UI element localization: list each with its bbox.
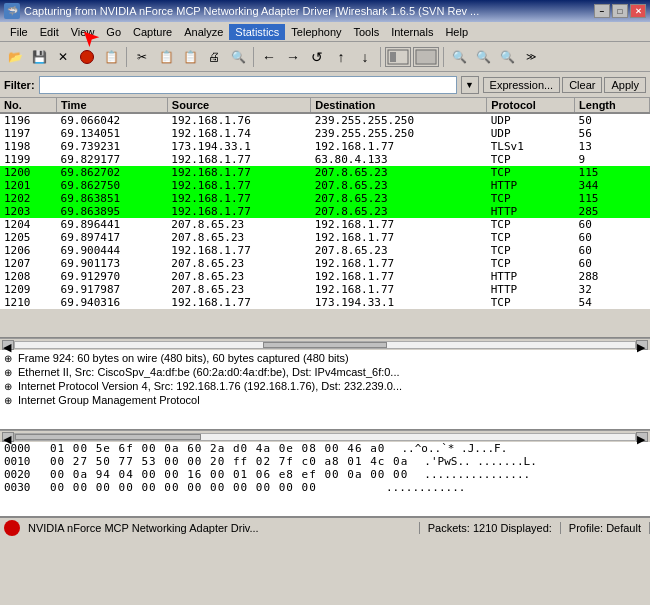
expand-icon-4[interactable]: ⊕: [4, 395, 14, 406]
apply-button[interactable]: Apply: [604, 77, 646, 93]
table-row[interactable]: 120669.900444192.168.1.77207.8.65.23TCP6…: [0, 244, 650, 257]
menu-capture[interactable]: Capture: [127, 24, 178, 40]
capture-status-indicator: [4, 520, 20, 536]
tb-zoom-box2[interactable]: [413, 47, 439, 67]
hscroll-track[interactable]: [14, 341, 636, 349]
col-time[interactable]: Time: [57, 98, 168, 113]
packet-table-container: No. Time Source Destination Protocol Len…: [0, 98, 650, 338]
clear-button[interactable]: Clear: [562, 77, 602, 93]
tb-zoom-reset-button[interactable]: 🔍: [496, 46, 518, 68]
hscroll-right-btn[interactable]: ▶: [636, 340, 648, 350]
cell-2: 173.194.33.1: [167, 140, 310, 153]
tb-reload-button[interactable]: 📋: [100, 46, 122, 68]
menu-internals[interactable]: Internals: [385, 24, 439, 40]
table-row[interactable]: 119669.066042192.168.1.76239.255.255.250…: [0, 113, 650, 127]
svg-rect-1: [390, 52, 396, 62]
bytes-row: 000001 00 5e 6f 00 0a 60 2a d0 4a 0e 08 …: [0, 442, 650, 455]
detail-text-4: Internet Group Management Protocol: [18, 394, 200, 406]
menu-file[interactable]: File: [4, 24, 34, 40]
title-bar: 🦈 Capturing from NVIDIA nForce MCP Netwo…: [0, 0, 650, 22]
tb-paste-button[interactable]: 📋: [179, 46, 201, 68]
table-row[interactable]: 120469.896441207.8.65.23192.168.1.77TCP6…: [0, 218, 650, 231]
profile-status: Profile: Default: [561, 522, 650, 534]
detail-hscroll-track[interactable]: [14, 433, 636, 441]
menu-edit[interactable]: Edit: [34, 24, 65, 40]
cell-1: 69.901173: [57, 257, 168, 270]
cell-3: 192.168.1.77: [311, 218, 487, 231]
col-destination[interactable]: Destination: [311, 98, 487, 113]
filter-dropdown[interactable]: ▼: [461, 76, 479, 94]
cell-5: 32: [575, 283, 650, 296]
col-source[interactable]: Source: [167, 98, 310, 113]
table-row[interactable]: 120269.863851192.168.1.77207.8.65.23TCP1…: [0, 192, 650, 205]
cell-4: TLSv1: [487, 140, 575, 153]
maximize-button[interactable]: □: [612, 4, 628, 18]
tb-close-button[interactable]: ✕: [52, 46, 74, 68]
table-row[interactable]: 120969.917987207.8.65.23192.168.1.77HTTP…: [0, 283, 650, 296]
tb-forward-button[interactable]: →: [282, 46, 304, 68]
table-row[interactable]: 119769.134051192.168.1.74239.255.255.250…: [0, 127, 650, 140]
detail-text-1: Frame 924: 60 bytes on wire (480 bits), …: [18, 352, 349, 364]
table-row[interactable]: 120169.862750192.168.1.77207.8.65.23HTTP…: [0, 179, 650, 192]
tb-zoom-out-button[interactable]: 🔍: [472, 46, 494, 68]
tb-copy-button[interactable]: 📋: [155, 46, 177, 68]
menu-go[interactable]: Go: [100, 24, 127, 40]
table-row[interactable]: 120869.912970207.8.65.23192.168.1.77HTTP…: [0, 270, 650, 283]
detail-hscrollbar[interactable]: ◀ ▶: [0, 430, 650, 442]
cell-5: 288: [575, 270, 650, 283]
tb-print-button[interactable]: 🖨: [203, 46, 225, 68]
detail-hscroll-left[interactable]: ◀: [2, 432, 14, 442]
menu-statistics[interactable]: Statistics: [229, 24, 285, 40]
table-row[interactable]: 119869.739231173.194.33.1192.168.1.77TLS…: [0, 140, 650, 153]
packet-table-scroll[interactable]: No. Time Source Destination Protocol Len…: [0, 98, 650, 337]
tb-back-button[interactable]: ←: [258, 46, 280, 68]
cell-3: 192.168.1.77: [311, 140, 487, 153]
menu-tools[interactable]: Tools: [348, 24, 386, 40]
minimize-button[interactable]: −: [594, 4, 610, 18]
filter-input[interactable]: [39, 76, 457, 94]
menu-help[interactable]: Help: [439, 24, 474, 40]
menu-view[interactable]: View: [65, 24, 101, 40]
menu-telephony[interactable]: Telephony: [285, 24, 347, 40]
cell-3: 207.8.65.23: [311, 192, 487, 205]
table-row[interactable]: 120369.863895192.168.1.77207.8.65.23HTTP…: [0, 205, 650, 218]
table-row[interactable]: 120569.897417207.8.65.23192.168.1.77TCP6…: [0, 231, 650, 244]
detail-text-3: Internet Protocol Version 4, Src: 192.16…: [18, 380, 402, 392]
cell-3: 207.8.65.23: [311, 179, 487, 192]
cell-1: 69.863895: [57, 205, 168, 218]
cell-0: 1200: [0, 166, 57, 179]
expand-icon-3[interactable]: ⊕: [4, 381, 14, 392]
close-button[interactable]: ✕: [630, 4, 646, 18]
tb-find-button[interactable]: 🔍: [227, 46, 249, 68]
expand-icon-1[interactable]: ⊕: [4, 353, 14, 364]
expand-icon-2[interactable]: ⊕: [4, 367, 14, 378]
detail-hscroll-thumb[interactable]: [15, 434, 201, 440]
col-protocol[interactable]: Protocol: [487, 98, 575, 113]
tb-up-button[interactable]: ↑: [330, 46, 352, 68]
cell-2: 192.168.1.77: [167, 244, 310, 257]
hscroll-thumb[interactable]: [263, 342, 387, 348]
tb-capture-button[interactable]: ➤: [76, 46, 98, 68]
table-row[interactable]: 120769.901173207.8.65.23192.168.1.77TCP6…: [0, 257, 650, 270]
detail-hscroll-right[interactable]: ▶: [636, 432, 648, 442]
menu-analyze[interactable]: Analyze: [178, 24, 229, 40]
tb-zoom-in-button[interactable]: 🔍: [448, 46, 470, 68]
cell-3: 207.8.65.23: [311, 166, 487, 179]
tb-go-button[interactable]: ↺: [306, 46, 328, 68]
table-hscrollbar[interactable]: ◀ ▶: [0, 338, 650, 350]
tb-open-button[interactable]: 📂: [4, 46, 26, 68]
bytes-hex: 01 00 5e 6f 00 0a 60 2a d0 4a 0e 08 00 4…: [50, 442, 385, 455]
tb-cut-button[interactable]: ✂: [131, 46, 153, 68]
table-row[interactable]: 120069.862702192.168.1.77207.8.65.23TCP1…: [0, 166, 650, 179]
table-row[interactable]: 119969.829177192.168.1.7763.80.4.133TCP9: [0, 153, 650, 166]
col-length[interactable]: Length: [575, 98, 650, 113]
tb-more-button[interactable]: ≫: [520, 46, 542, 68]
detail-row-3: ⊕ Internet Protocol Version 4, Src: 192.…: [0, 379, 650, 393]
col-no[interactable]: No.: [0, 98, 57, 113]
hscroll-left-btn[interactable]: ◀: [2, 340, 14, 350]
expression-button[interactable]: Expression...: [483, 77, 561, 93]
tb-down-button[interactable]: ↓: [354, 46, 376, 68]
tb-save-button[interactable]: 💾: [28, 46, 50, 68]
table-row[interactable]: 121069.940316192.168.1.77173.194.33.1TCP…: [0, 296, 650, 309]
tb-zoom-box1[interactable]: [385, 47, 411, 67]
